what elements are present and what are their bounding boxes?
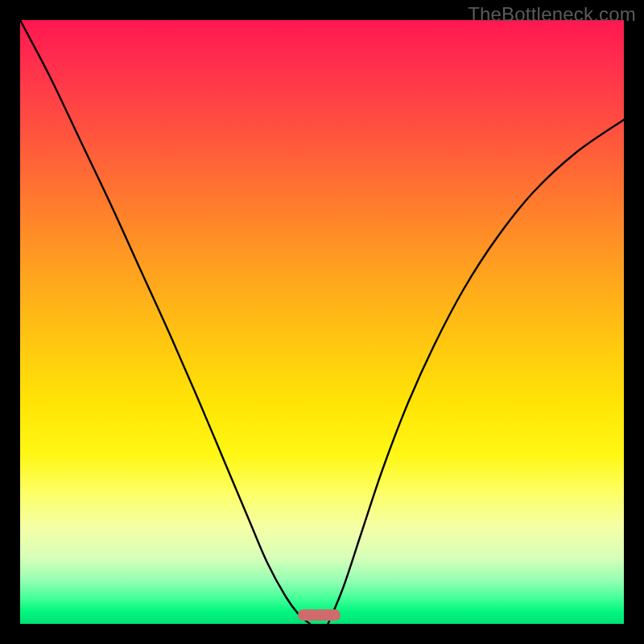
watermark-text: TheBottleneck.com — [468, 3, 636, 26]
chart-frame: TheBottleneck.com — [0, 0, 644, 644]
left-branch-path — [20, 20, 310, 624]
right-branch-path — [328, 120, 625, 624]
optimal-marker — [298, 609, 341, 621]
curve-layer — [20, 20, 624, 624]
plot-area — [20, 20, 624, 624]
